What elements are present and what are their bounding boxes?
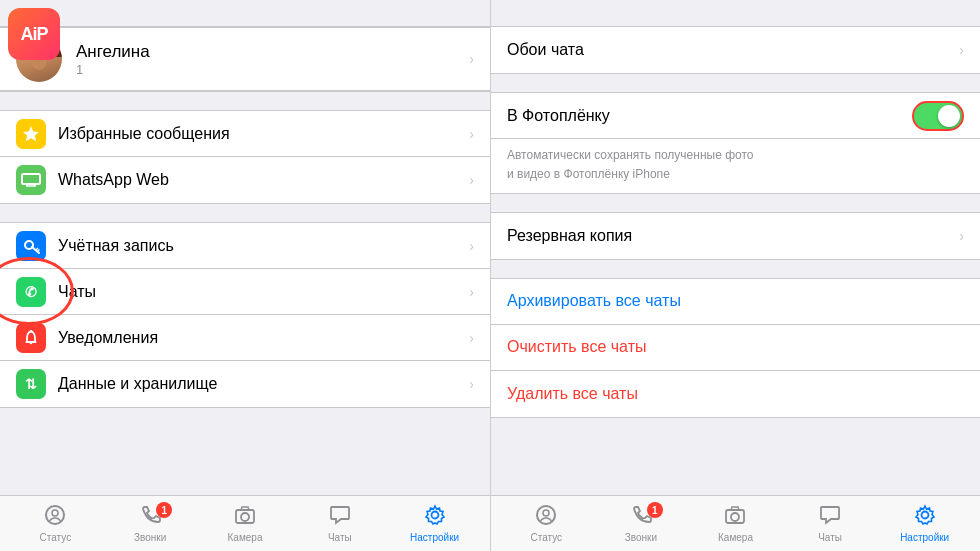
settings-icon-left (424, 504, 446, 530)
tab-settings-label-right: Настройки (900, 532, 949, 543)
account-item[interactable]: Учётная запись › (0, 223, 490, 269)
svg-rect-11 (26, 341, 37, 343)
svg-line-7 (36, 248, 38, 250)
svg-text:⇅: ⇅ (25, 376, 37, 392)
svg-point-20 (543, 510, 549, 516)
profile-name: Ангелина (76, 42, 461, 62)
account-label: Учётная запись (58, 237, 461, 255)
tab-chats-right[interactable]: Чаты (783, 504, 878, 543)
status-icon-left (44, 504, 66, 530)
svg-rect-1 (22, 174, 40, 184)
profile-row[interactable]: Ангелина 1 › (0, 27, 490, 91)
tab-settings-label-left: Настройки (410, 532, 459, 543)
right-tab-bar: Статус 1 Звонки Камера Чаты Настройки (491, 495, 980, 551)
svg-point-15 (52, 510, 58, 516)
tab-calls-left[interactable]: 1 Звонки (103, 504, 198, 543)
arrows-icon: ⇅ (22, 375, 40, 393)
chats-tab-icon-right (819, 504, 841, 530)
tab-chats-left[interactable]: Чаты (292, 504, 387, 543)
section-1: Избранные сообщения › WhatsApp Web › (0, 110, 490, 204)
backup-section: Резервная копия › (491, 212, 980, 260)
svg-point-22 (731, 513, 739, 521)
tab-settings-left[interactable]: Настройки (387, 504, 482, 543)
notifications-item[interactable]: Уведомления › (0, 315, 490, 361)
tab-settings-right[interactable]: Настройки (877, 504, 972, 543)
photolibrary-toggle[interactable] (912, 101, 964, 131)
tab-calls-label-left: Звонки (134, 532, 166, 543)
account-chevron: › (469, 238, 474, 254)
favorites-chevron: › (469, 126, 474, 142)
calls-badge-right: 1 (647, 502, 663, 518)
tab-status-label-right: Статус (530, 532, 562, 543)
tab-camera-left[interactable]: Камера (198, 504, 293, 543)
favorites-item[interactable]: Избранные сообщения › (0, 111, 490, 157)
notifications-label: Уведомления (58, 329, 461, 347)
whatsapp-icon: ✆ (21, 282, 41, 302)
photolibrary-toggle-container (912, 101, 964, 131)
backup-item[interactable]: Резервная копия › (491, 213, 980, 259)
right-scroll-area: Обои чата › В Фотоплёнку Автоматически с… (491, 0, 980, 551)
wallpaper-item[interactable]: Обои чата › (491, 27, 980, 73)
wallpaper-chevron: › (959, 42, 964, 58)
whatsapp-web-chevron: › (469, 172, 474, 188)
star-icon (22, 125, 40, 143)
profile-info: Ангелина 1 (76, 42, 461, 77)
profile-subtitle: 1 (76, 62, 461, 77)
left-panel: AiP Ангелина 1 › (0, 0, 490, 551)
calls-badge-left: 1 (156, 502, 172, 518)
profile-chevron: › (469, 51, 474, 67)
backup-label: Резервная копия (507, 227, 959, 245)
toggle-knob (938, 105, 960, 127)
wallpaper-section: Обои чата › (491, 26, 980, 74)
svg-point-17 (241, 513, 249, 521)
status-icon-right (535, 504, 557, 530)
archive-item[interactable]: Архивировать все чаты (491, 279, 980, 325)
camera-icon-right (724, 504, 746, 530)
photolibrary-label: В Фотоплёнку (507, 107, 912, 125)
account-icon-bg (16, 231, 46, 261)
left-tab-bar: Статус 1 Звонки Камера Чаты Настройки (0, 495, 490, 551)
whatsapp-web-icon-bg (16, 165, 46, 195)
chats-icon-bg: ✆ (16, 277, 46, 307)
settings-icon-right (914, 504, 936, 530)
actions-section: Архивировать все чаты Очистить все чаты … (491, 278, 980, 418)
backup-chevron: › (959, 228, 964, 244)
chats-chevron: › (469, 284, 474, 300)
right-panel: Обои чата › В Фотоплёнку Автоматически с… (490, 0, 980, 551)
tab-camera-label-right: Камера (718, 532, 753, 543)
tab-camera-right[interactable]: Камера (688, 504, 783, 543)
delete-item[interactable]: Удалить все чаты (491, 371, 980, 417)
tab-chats-label-right: Чаты (818, 532, 842, 543)
clear-label: Очистить все чаты (507, 338, 964, 356)
profile-section: Ангелина 1 › (0, 26, 490, 92)
archive-label: Архивировать все чаты (507, 292, 964, 310)
svg-point-18 (431, 512, 438, 519)
camera-icon-left (234, 504, 256, 530)
delete-label: Удалить все чаты (507, 385, 964, 403)
tab-status-left[interactable]: Статус (8, 504, 103, 543)
svg-line-8 (38, 249, 40, 251)
notifications-chevron: › (469, 330, 474, 346)
notifications-icon-bg (16, 323, 46, 353)
whatsapp-web-item[interactable]: WhatsApp Web › (0, 157, 490, 203)
tab-chats-label-left: Чаты (328, 532, 352, 543)
data-icon-bg: ⇅ (16, 369, 46, 399)
data-item[interactable]: ⇅ Данные и хранилище › (0, 361, 490, 407)
data-chevron: › (469, 376, 474, 392)
data-label: Данные и хранилище (58, 375, 461, 393)
tab-calls-right[interactable]: 1 Звонки (594, 504, 689, 543)
monitor-icon (21, 173, 41, 187)
tab-status-label-left: Статус (40, 532, 72, 543)
svg-marker-0 (23, 126, 39, 141)
tab-status-right[interactable]: Статус (499, 504, 594, 543)
photolibrary-item[interactable]: В Фотоплёнку (491, 93, 980, 139)
chats-item[interactable]: ✆ Чаты › (0, 269, 490, 315)
chats-tab-icon-left (329, 504, 351, 530)
photolibrary-description-row: Автоматически сохранять полученные фотои… (491, 139, 980, 193)
tab-camera-label-left: Камера (228, 532, 263, 543)
clear-item[interactable]: Очистить все чаты (491, 325, 980, 371)
svg-text:✆: ✆ (25, 284, 37, 300)
photolibrary-description: Автоматически сохранять полученные фотои… (507, 148, 754, 181)
tab-calls-label-right: Звонки (625, 532, 657, 543)
wallpaper-label: Обои чата (507, 41, 959, 59)
